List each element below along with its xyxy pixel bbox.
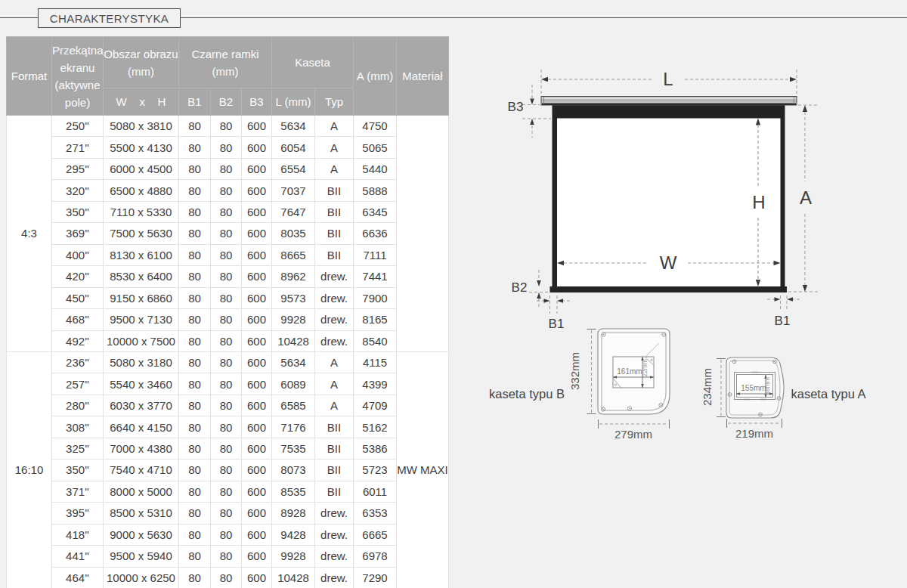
svg-text:161mm: 161mm <box>617 367 642 376</box>
svg-text:A: A <box>800 187 812 208</box>
svg-text:88mm: 88mm <box>763 377 771 395</box>
svg-text:H: H <box>752 192 765 212</box>
svg-text:219mm: 219mm <box>735 427 773 440</box>
svg-text:B3: B3 <box>508 100 524 114</box>
svg-text:B1: B1 <box>775 314 791 328</box>
svg-text:B2: B2 <box>512 280 528 295</box>
svg-text:234mm: 234mm <box>701 368 714 406</box>
svg-text:22mm: 22mm <box>641 359 649 377</box>
svg-text:B1: B1 <box>549 317 565 331</box>
svg-text:279mm: 279mm <box>614 428 652 441</box>
svg-text:155mm: 155mm <box>741 384 766 392</box>
svg-text:332mm: 332mm <box>568 352 581 390</box>
svg-text:W: W <box>660 252 677 273</box>
svg-text:L: L <box>663 69 673 89</box>
svg-text:kaseta typu A: kaseta typu A <box>791 387 865 401</box>
svg-text:kaseta typu B: kaseta typu B <box>489 387 565 401</box>
